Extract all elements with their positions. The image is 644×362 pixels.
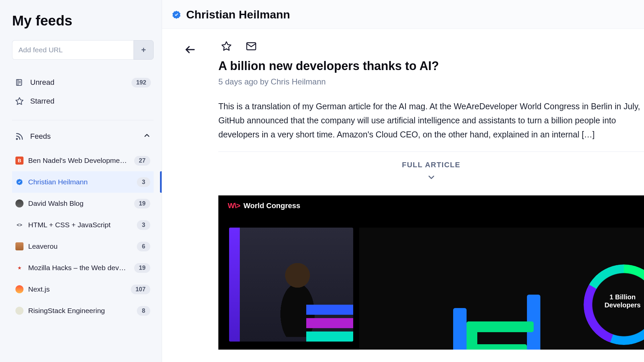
- sidebar: My feeds + Unread 192 Starred Fee: [0, 0, 162, 362]
- article-actions: [218, 41, 644, 52]
- verified-icon: [172, 10, 181, 19]
- feed-label: HTML + CSS + JavaScript: [28, 221, 132, 229]
- add-feed-row: +: [12, 40, 154, 60]
- hero-left-panel: [229, 228, 353, 342]
- nav-unread[interactable]: Unread 192: [12, 73, 154, 92]
- feed-item-html-css-js[interactable]: <> HTML + CSS + JavaScript 3: [12, 214, 154, 236]
- nav-starred-label: Starred: [30, 97, 151, 106]
- feed-item-christian-heilmann[interactable]: Christian Heilmann 3: [12, 171, 154, 193]
- back-button[interactable]: [183, 42, 198, 57]
- nav-unread-label: Unread: [30, 78, 125, 87]
- article-title: A billion new developers thanks to AI?: [218, 59, 644, 73]
- article-body: This is a translation of my German artic…: [218, 99, 644, 141]
- feed-label: David Walsh Blog: [28, 199, 129, 207]
- feed-count: 6: [137, 242, 150, 251]
- feed-item-leaverou[interactable]: Leaverou 6: [12, 236, 154, 257]
- feed-count: 27: [134, 156, 150, 166]
- content-area: A billion new developers thanks to AI? 5…: [162, 29, 644, 362]
- nav-starred[interactable]: Starred: [12, 92, 154, 111]
- feed-label: Mozilla Hacks – the Web developer: [28, 264, 129, 272]
- unread-icon: [15, 78, 24, 87]
- hero-brand-text: World Congress: [244, 201, 301, 210]
- feed-item-risingstack[interactable]: RisingStack Engineering 8: [12, 300, 154, 321]
- main-panel: Christian Heilmann A billion new develop…: [162, 0, 644, 362]
- feed-favicon: B: [15, 157, 23, 165]
- main-header: Christian Heilmann: [162, 0, 644, 29]
- back-column: [162, 29, 218, 362]
- feed-item-nextjs[interactable]: Next.js 107: [12, 279, 154, 300]
- feed-item-david-walsh[interactable]: David Walsh Blog 19: [12, 193, 154, 214]
- plus-icon: +: [141, 45, 146, 55]
- svg-marker-2: [16, 98, 23, 105]
- hero-logo: W\>: [228, 201, 240, 210]
- hero-right-panel: 1 Billion Developers: [359, 228, 644, 350]
- full-article-toggle[interactable]: FULL ARTICLE: [218, 152, 644, 182]
- add-feed-button[interactable]: +: [133, 40, 154, 60]
- article-hero-image: W\> World Congress: [218, 195, 644, 350]
- sidebar-title: My feeds: [12, 13, 154, 29]
- full-article-label: FULL ARTICLE: [218, 161, 644, 169]
- feed-label: Christian Heilmann: [28, 178, 132, 186]
- chevron-down-icon: [218, 173, 644, 182]
- rss-icon: [15, 132, 24, 141]
- star-button[interactable]: [221, 41, 232, 52]
- feed-list: B Ben Nadel's Web Development and 27 Chr…: [12, 150, 154, 321]
- feed-item-ben-nadel[interactable]: B Ben Nadel's Web Development and 27: [12, 150, 154, 171]
- feed-count: 19: [134, 263, 150, 273]
- article: A billion new developers thanks to AI? 5…: [218, 29, 644, 362]
- feed-count: 19: [134, 199, 150, 208]
- feed-favicon: ★: [15, 264, 23, 272]
- feed-title: Christian Heilmann: [186, 8, 290, 21]
- hero-ring-label: 1 Billion Developers: [604, 293, 641, 309]
- mail-button[interactable]: [246, 41, 257, 52]
- feeds-header-label: Feeds: [30, 132, 51, 141]
- hero-brand: W\> World Congress: [228, 201, 300, 210]
- feed-label: Next.js: [28, 285, 126, 293]
- svg-marker-5: [222, 42, 231, 50]
- svg-point-3: [16, 138, 17, 139]
- feeds-section-header[interactable]: Feeds: [12, 127, 154, 146]
- feed-count: 8: [137, 306, 150, 316]
- feed-label: Ben Nadel's Web Development and: [28, 157, 129, 165]
- chevron-up-icon: [143, 131, 151, 141]
- sidebar-divider: [12, 120, 154, 120]
- add-feed-input[interactable]: [12, 40, 133, 60]
- feed-favicon: [15, 285, 23, 293]
- nav-unread-count: 192: [131, 78, 151, 87]
- verified-icon: [15, 178, 23, 186]
- feed-count: 3: [137, 220, 150, 230]
- feed-label: RisingStack Engineering: [28, 307, 132, 315]
- code-icon: <>: [15, 221, 23, 229]
- feed-count: 3: [137, 177, 150, 187]
- star-icon: [15, 97, 24, 106]
- feed-favicon: [15, 242, 23, 250]
- feed-favicon: [15, 307, 23, 315]
- feed-label: Leaverou: [28, 242, 132, 250]
- feed-count: 107: [131, 285, 150, 294]
- feed-item-mozilla-hacks[interactable]: ★ Mozilla Hacks – the Web developer 19: [12, 257, 154, 279]
- article-meta: 5 days ago by Chris Heilmann: [218, 77, 644, 86]
- feed-favicon: [15, 199, 23, 207]
